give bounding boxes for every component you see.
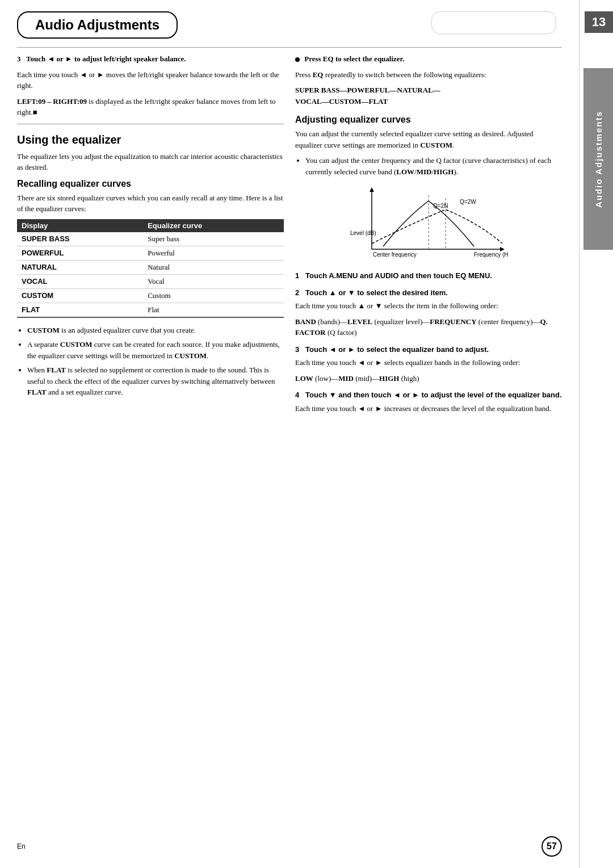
right-step2-p2: BAND (bands)—LEVEL (equalizer level)—FRE… — [295, 316, 562, 338]
table-cell-curve: Flat — [143, 303, 284, 317]
svg-marker-2 — [370, 187, 374, 192]
press-eq-bold: Press EQ to select the equalizer. — [304, 54, 404, 63]
col-right: Press EQ to select the equalizer. Press … — [295, 53, 562, 418]
table-row: FLATFlat — [17, 303, 284, 317]
right-step4-heading: 4 Touch ▼ and then touch ◄ or ► to adjus… — [295, 389, 562, 401]
table-cell-curve: Powerful — [143, 246, 284, 260]
table-cell-display: VOCAL — [17, 274, 143, 288]
press-eq-sequence: SUPER BASS—POWERFUL—NATURAL—VOCAL—CUSTOM… — [295, 85, 562, 107]
col-left: 3 Touch ◄ or ► to adjust left/right spea… — [17, 53, 284, 418]
section-number-box: 13 — [585, 11, 613, 33]
right-step3-p1: Each time you touch ◄ or ► selects equal… — [295, 357, 562, 368]
table-cell-display: NATURAL — [17, 260, 143, 274]
table-cell-curve: Custom — [143, 288, 284, 303]
using-equalizer-intro: The equalizer lets you adjust the equali… — [17, 151, 284, 173]
press-eq-section: Press EQ to select the equalizer. Press … — [295, 53, 562, 107]
table-cell-display: SUPER BASS — [17, 232, 143, 246]
right-step4-p1: Each time you touch ◄ or ► increases or … — [295, 403, 562, 414]
bullet-flat: When FLAT is selected no supplement or c… — [27, 364, 284, 398]
sidebar-vertical-text: Audio Adjustments — [594, 111, 603, 208]
step3-balance-heading: 3 Touch ◄ or ► to adjust left/right spea… — [17, 53, 284, 65]
svg-text:Q=2W: Q=2W — [460, 199, 476, 205]
adjusting-bullets: You can adjust the center frequency and … — [305, 155, 562, 177]
page-title: Audio Adjustments — [17, 11, 178, 39]
svg-text:Center frequency: Center frequency — [373, 251, 417, 258]
table-row: NATURALNatural — [17, 260, 284, 274]
eq-diagram: Level (dB) Frequency (Hz) Center frequen… — [295, 184, 562, 263]
step3-p2: LEFT:09 – RIGHT:09 is displayed as the l… — [17, 96, 284, 118]
table-header-curve: Equalizer curve — [143, 219, 284, 232]
recalling-intro: There are six stored equalizer curves wh… — [17, 192, 284, 215]
svg-text:Level (dB): Level (dB) — [350, 230, 376, 236]
right-sidebar: Section 13 Audio Adjustments — [579, 0, 613, 868]
svg-marker-3 — [500, 247, 505, 251]
table-cell-curve: Vocal — [143, 274, 284, 288]
right-step2-p1: Each time you touch ▲ or ▼ selects the i… — [295, 300, 562, 312]
eq-diagram-svg: Level (dB) Frequency (Hz) Center frequen… — [349, 184, 508, 263]
press-eq-heading: Press EQ to select the equalizer. — [295, 53, 562, 65]
page-container: Section 13 Audio Adjustments Audio Adjus… — [0, 0, 613, 868]
header-divider — [17, 47, 562, 48]
right-step3-heading: 3 Touch ◄ or ► to select the equalizer b… — [295, 344, 562, 355]
svg-text:Q=2N: Q=2N — [433, 203, 448, 209]
step3-bold-heading: 3 Touch ◄ or ► to adjust left/right spea… — [17, 54, 186, 63]
right-step3-p2: LOW (low)—MID (mid)—HIGH (high) — [295, 373, 562, 384]
table-row: POWERFULPowerful — [17, 246, 284, 260]
table-cell-display: CUSTOM — [17, 288, 143, 303]
step3-p1: Each time you touch ◄ or ► moves the lef… — [17, 69, 284, 91]
bullet-custom2: A separate CUSTOM curve can be created f… — [27, 339, 284, 361]
bullet-custom1: CUSTOM is an adjusted equalizer curve th… — [27, 325, 284, 336]
using-equalizer-heading: Using the equalizer — [17, 133, 284, 146]
header-right-box — [431, 11, 556, 34]
press-eq-p1: Press EQ repeatedly to switch between th… — [295, 69, 562, 81]
table-row: VOCALVocal — [17, 274, 284, 288]
table-cell-display: POWERFUL — [17, 246, 143, 260]
adjusting-intro: You can adjust the currently selected eq… — [295, 128, 562, 150]
svg-text:Frequency (Hz): Frequency (Hz) — [474, 251, 508, 258]
section-number: 13 — [592, 15, 606, 30]
right-step2-heading: 2 Touch ▲ or ▼ to select the desired ite… — [295, 287, 562, 299]
table-row: SUPER BASSSuper bass — [17, 232, 284, 246]
table-cell-curve: Super bass — [143, 232, 284, 246]
footer-lang: En — [17, 842, 26, 850]
footer-page-number: 57 — [541, 836, 562, 857]
page-footer: En 57 — [0, 836, 579, 857]
bullet-dot-icon — [295, 57, 300, 62]
table-header-display: Display — [17, 219, 143, 232]
two-col-layout: 3 Touch ◄ or ► to adjust left/right spea… — [17, 53, 562, 418]
table-row: CUSTOMCustom — [17, 288, 284, 303]
vertical-text-box: Audio Adjustments — [583, 68, 613, 250]
eq-bullets: CUSTOM is an adjusted equalizer curve th… — [27, 325, 284, 398]
recalling-heading: Recalling equalizer curves — [17, 179, 284, 189]
table-cell-curve: Natural — [143, 260, 284, 274]
right-step1-heading: 1 Touch A.MENU and AUDIO and then touch … — [295, 270, 562, 282]
header-row: Audio Adjustments — [17, 11, 562, 41]
adjusting-heading: Adjusting equalizer curves — [295, 115, 562, 125]
adjusting-bullet1: You can adjust the center frequency and … — [305, 155, 562, 177]
table-cell-display: FLAT — [17, 303, 143, 317]
divider1 — [17, 124, 284, 124]
equalizer-table: Display Equalizer curve SUPER BASSSuper … — [17, 219, 284, 318]
main-content: Audio Adjustments 3 Touch ◄ or ► to adju… — [0, 0, 579, 435]
